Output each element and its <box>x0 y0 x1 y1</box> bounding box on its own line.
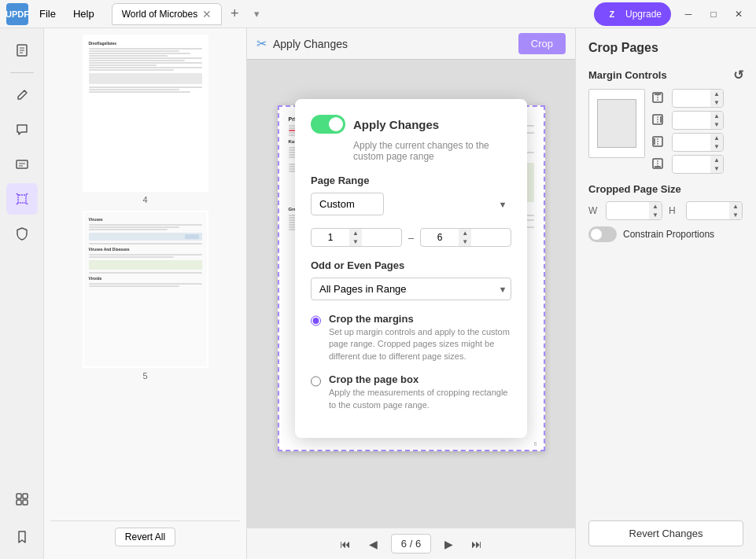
page-indicator[interactable]: 6 / 6 <box>391 534 431 553</box>
cropped-size-label: Cropped Page Size <box>588 183 681 195</box>
svg-rect-4 <box>17 160 28 168</box>
odd-even-select[interactable]: All Pages in Range Odd Pages Only Even P… <box>311 278 511 300</box>
crop-button[interactable]: Crop <box>518 33 566 54</box>
margin-right-up[interactable]: ▲ <box>710 112 723 120</box>
left-icon-bookmark[interactable] <box>6 521 38 553</box>
left-sidebar <box>0 28 44 559</box>
width-up[interactable]: ▲ <box>649 202 662 211</box>
right-panel: Crop Pages Margin Controls ↺ <box>575 28 756 559</box>
margin-left-down[interactable]: ▼ <box>710 142 723 151</box>
apply-changes-title: Apply Changes <box>273 38 512 50</box>
crop-margins-radio[interactable] <box>311 315 321 326</box>
margin-bottom-down[interactable]: ▼ <box>710 164 723 173</box>
revert-all-button[interactable]: Revert All <box>115 528 175 546</box>
margin-left-icon <box>651 135 667 150</box>
bottom-navigation: ⏮ ◀ 6 / 6 ▶ ⏭ <box>247 528 575 559</box>
new-tab-button[interactable]: + <box>225 5 244 24</box>
height-field[interactable]: 863.0 <box>687 203 729 219</box>
range-to-field[interactable]: 6 <box>421 230 459 245</box>
svg-rect-11 <box>23 500 28 505</box>
constrain-toggle[interactable] <box>588 226 617 242</box>
margin-inputs: 1.0 ▲ ▼ 864.0 <box>651 89 743 174</box>
thumb-label-page5: 5 <box>142 371 147 381</box>
panel-description: Apply the current changes to the custom … <box>311 140 511 162</box>
crop-toolbar-icon: ✂ <box>256 36 267 51</box>
app-body: Dinoflagellates 4 <box>0 28 756 559</box>
margin-top-icon <box>651 91 667 106</box>
range-to-input: 6 ▲ ▼ <box>420 228 511 247</box>
crop-margins-label: Crop the margins <box>329 313 511 325</box>
margin-top-input: 1.0 ▲ ▼ <box>672 89 724 108</box>
odd-even-label: Odd or Even Pages <box>311 259 511 271</box>
width-field[interactable]: 563.0 <box>607 203 649 219</box>
margin-top-down[interactable]: ▼ <box>710 98 723 107</box>
tab-world-microbes[interactable]: World of Microbes ✕ <box>112 3 222 25</box>
margin-right-down[interactable]: ▼ <box>710 120 723 129</box>
height-input: 863.0 ▲ ▼ <box>686 201 743 220</box>
window-controls: ─ □ ✕ <box>677 6 750 23</box>
left-icon-form[interactable] <box>6 149 38 180</box>
apply-changes-panel: Apply Changes Apply the current changes … <box>295 99 527 438</box>
height-up[interactable]: ▲ <box>729 202 742 211</box>
range-from-up[interactable]: ▲ <box>349 229 362 237</box>
odd-even-select-wrapper: All Pages in Range Odd Pages Only Even P… <box>311 278 511 300</box>
revert-changes-button[interactable]: Revert Changes <box>588 520 743 546</box>
svg-rect-7 <box>18 195 26 203</box>
maximize-button[interactable]: □ <box>703 6 725 23</box>
margin-left-up[interactable]: ▲ <box>710 134 723 142</box>
range-to-spinners: ▲ ▼ <box>459 229 471 246</box>
thumbnail-panel: Dinoflagellates 4 <box>44 28 247 559</box>
reset-icon[interactable]: ↺ <box>733 68 743 83</box>
height-down[interactable]: ▼ <box>729 211 742 219</box>
last-page-button[interactable]: ⏭ <box>466 533 488 555</box>
left-icon-protect[interactable] <box>6 218 38 249</box>
range-separator: – <box>408 232 414 244</box>
range-from-field[interactable]: 1 <box>312 230 349 245</box>
apply-changes-toggle[interactable] <box>311 115 345 134</box>
next-page-button[interactable]: ▶ <box>437 533 459 555</box>
prev-page-button[interactable]: ◀ <box>363 533 385 555</box>
width-row: W 563.0 ▲ ▼ H 863.0 ▲ ▼ <box>588 201 743 220</box>
margin-bottom-up[interactable]: ▲ <box>710 156 723 164</box>
minimize-button[interactable]: ─ <box>677 6 699 23</box>
left-icon-comment[interactable] <box>6 114 38 145</box>
thumb-img-page5: Viruses Viruses And Diseases Viroids <box>83 211 208 368</box>
upgrade-button[interactable]: Z Upgrade <box>594 2 671 26</box>
titlebar-right: Z Upgrade ─ □ ✕ <box>594 2 750 26</box>
margin-controls-section: Margin Controls ↺ 1.0 <box>588 68 743 174</box>
left-icon-edit[interactable] <box>6 79 38 111</box>
thumbnail-page5[interactable]: Viruses Viruses And Diseases Viroids <box>50 211 240 381</box>
margin-bottom-field[interactable]: 564.0 <box>673 156 710 172</box>
svg-rect-9 <box>23 494 28 498</box>
svg-rect-8 <box>17 494 21 498</box>
page-range-select-row: Custom All Pages Odd Pages Even Pages ▾ <box>311 193 511 215</box>
margin-left-input: 1.0 ▲ ▼ <box>672 133 724 152</box>
close-button[interactable]: ✕ <box>728 6 750 23</box>
margin-top-up[interactable]: ▲ <box>710 90 723 98</box>
margin-right-field[interactable]: 864.0 <box>673 112 710 128</box>
panel-title: Apply Changes <box>353 118 439 131</box>
tab-title: World of Microbes <box>122 9 197 20</box>
margin-controls-label: Margin Controls <box>588 69 667 81</box>
margin-left-field[interactable]: 1.0 <box>673 134 710 150</box>
range-to-down[interactable]: ▼ <box>459 237 471 246</box>
margin-top-field[interactable]: 1.0 <box>673 90 710 106</box>
upgrade-label: Upgrade <box>625 9 662 20</box>
width-down[interactable]: ▼ <box>649 211 662 219</box>
range-to-up[interactable]: ▲ <box>459 229 471 237</box>
thumbnail-page4[interactable]: Dinoflagellates 4 <box>50 35 240 204</box>
first-page-button[interactable]: ⏮ <box>334 533 356 555</box>
crop-page-box-radio[interactable] <box>311 376 321 387</box>
left-icon-crop[interactable] <box>6 183 38 215</box>
left-icon-pages[interactable] <box>6 35 38 66</box>
select-chevron-icon: ▾ <box>500 199 505 210</box>
tab-dropdown-icon[interactable]: ▾ <box>247 5 266 24</box>
menu-file[interactable]: File <box>31 5 64 23</box>
menu-help[interactable]: Help <box>65 5 102 23</box>
tab-close-icon[interactable]: ✕ <box>202 8 212 20</box>
titlebar: UPDF File Help World of Microbes ✕ + ▾ Z… <box>0 0 756 28</box>
margin-preview-inner <box>597 99 636 148</box>
page-range-select[interactable]: Custom All Pages Odd Pages Even Pages <box>311 193 384 215</box>
range-from-down[interactable]: ▼ <box>349 237 362 246</box>
left-icon-plugin[interactable] <box>6 484 38 515</box>
